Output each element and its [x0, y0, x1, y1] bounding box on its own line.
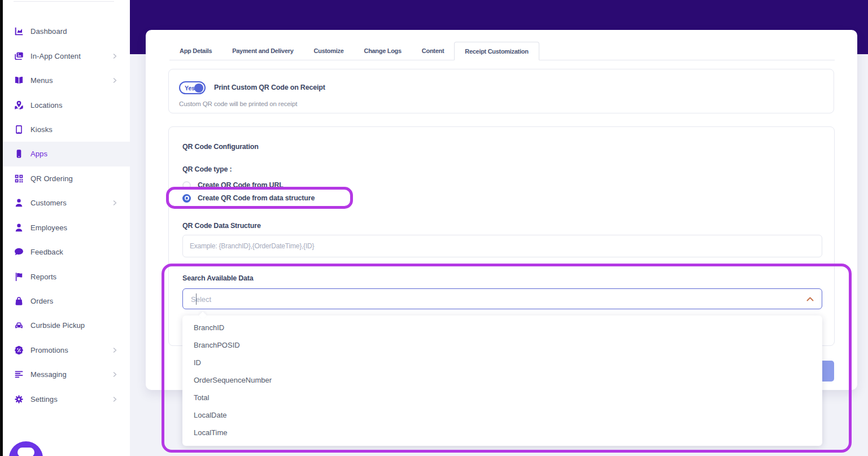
chat-bubble-icon — [18, 448, 34, 456]
sidebar-item-reports[interactable]: Reports — [3, 264, 130, 288]
sidebar-item-label: Apps — [30, 150, 47, 158]
print-qr-subtitle: Custom QR code will be printed on receip… — [179, 100, 297, 107]
employees-icon — [14, 223, 24, 233]
radio-data-structure-label: Create QR Code from data structure — [198, 194, 315, 202]
search-available-data-label: Search Available Data — [182, 274, 254, 282]
tab-payment-and-delivery[interactable]: Payment and Delivery — [222, 42, 303, 60]
sidebar-item-apps[interactable]: Apps — [3, 142, 130, 166]
sidebar-item-label: Locations — [30, 101, 63, 109]
sidebar-item-locations[interactable]: Locations — [3, 93, 130, 117]
data-structure-label: QR Code Data Structure — [182, 222, 261, 230]
search-data-dropdown: BranchIDBranchPOSIDIDOrderSequenceNumber… — [182, 315, 822, 446]
tab-customize[interactable]: Customize — [304, 42, 354, 60]
apps-icon — [14, 149, 24, 159]
promotions-icon — [14, 345, 24, 355]
toggle-yes-label: Yes — [185, 85, 195, 91]
print-qr-panel: Yes Print Custom QR Code on Receipt Cust… — [168, 69, 834, 113]
sidebar-item-label: Employees — [30, 223, 67, 232]
sidebar-item-label: Settings — [30, 395, 58, 404]
sidebar-item-promotions[interactable]: Promotions — [3, 338, 130, 362]
tab-receipt-customization[interactable]: Receipt Customization — [454, 42, 539, 60]
sidebar-item-label: Messaging — [30, 370, 67, 379]
toggle-knob — [194, 84, 203, 93]
sidebar-item-in-app-content[interactable]: In-App Content — [3, 43, 130, 68]
sidebar-item-label: Promotions — [30, 346, 68, 354]
sidebar-item-orders[interactable]: Orders — [3, 289, 130, 313]
tab-app-details[interactable]: App Details — [169, 42, 222, 60]
dropdown-option-localdate[interactable]: LocalDate — [182, 406, 822, 424]
sidebar-item-label: Curbside Pickup — [30, 321, 85, 330]
chevron-right-icon — [112, 372, 117, 377]
sidebar-item-menus[interactable]: Menus — [3, 68, 130, 93]
tab-content[interactable]: Content — [412, 42, 454, 60]
menus-icon — [14, 76, 24, 85]
sidebar-item-label: Orders — [30, 297, 53, 305]
curbside-pickup-icon — [14, 321, 24, 330]
sidebar-item-messaging[interactable]: Messaging — [3, 362, 130, 387]
dashboard-icon — [14, 27, 24, 36]
radio-option-url[interactable]: Create QR Code from URL — [182, 180, 283, 190]
sidebar-item-label: Reports — [30, 273, 56, 281]
radio-option-data-structure[interactable]: Create QR Code from data structure — [182, 193, 315, 203]
sidebar-item-label: Kiosks — [30, 125, 53, 134]
chevron-right-icon — [112, 78, 117, 83]
settings-icon — [14, 394, 24, 404]
kiosks-icon — [14, 125, 24, 134]
print-qr-toggle[interactable]: Yes — [179, 81, 206, 94]
dropdown-option-total[interactable]: Total — [182, 389, 822, 406]
locations-icon — [14, 100, 24, 110]
sidebar-item-employees[interactable]: Employees — [3, 216, 130, 240]
sidebar-item-customers[interactable]: Customers — [3, 191, 130, 215]
data-structure-input[interactable] — [182, 235, 822, 257]
qr-ordering-icon — [14, 174, 24, 183]
chevron-right-icon — [112, 54, 117, 59]
dropdown-option-localtime[interactable]: LocalTime — [182, 424, 822, 441]
sidebar-nav: DashboardIn-App ContentMenusLocationsKio… — [3, 19, 130, 411]
messaging-icon — [14, 370, 24, 379]
dropdown-option-branchposid[interactable]: BranchPOSID — [182, 336, 822, 354]
chevron-right-icon — [112, 397, 117, 402]
radio-url-control[interactable] — [182, 181, 191, 190]
radio-data-structure-control[interactable] — [182, 194, 191, 203]
in-app-content-icon — [14, 51, 24, 61]
dropdown-option-ordersequencenumber[interactable]: OrderSequenceNumber — [182, 371, 822, 389]
chat-widget-button[interactable] — [9, 441, 43, 456]
dropdown-option-id[interactable]: ID — [182, 354, 822, 371]
tab-bar: App DetailsPayment and DeliveryCustomize… — [169, 42, 835, 60]
sidebar-item-feedback[interactable]: Feedback — [3, 240, 130, 264]
radio-url-label: Create QR Code from URL — [198, 181, 283, 189]
sidebar-item-label: QR Ordering — [30, 174, 73, 183]
search-data-select[interactable]: Select — [182, 288, 822, 309]
qr-type-label: QR Code type : — [182, 165, 232, 173]
chevron-right-icon — [112, 200, 117, 205]
sidebar-item-label: In-App Content — [30, 52, 81, 60]
print-qr-title: Print Custom QR Code on Receipt — [214, 84, 325, 91]
feedback-icon — [14, 247, 24, 257]
text-caret — [196, 293, 197, 305]
sidebar-item-dashboard[interactable]: Dashboard — [3, 19, 130, 43]
select-placeholder: Select — [191, 295, 211, 303]
sidebar-item-curbside-pickup[interactable]: Curbside Pickup — [3, 313, 130, 337]
sidebar-top-divider — [14, 1, 114, 2]
sidebar-item-settings[interactable]: Settings — [3, 387, 130, 411]
sidebar-item-kiosks[interactable]: Kiosks — [3, 117, 130, 142]
sidebar-item-label: Menus — [30, 76, 53, 85]
customers-icon — [14, 198, 24, 208]
sidebar-item-label: Dashboard — [30, 27, 67, 36]
sidebar-item-label: Feedback — [30, 248, 63, 256]
qr-config-panel: QR Code Configuration QR Code type : Cre… — [168, 126, 835, 346]
orders-icon — [14, 296, 24, 306]
sidebar: DashboardIn-App ContentMenusLocationsKio… — [3, 0, 130, 456]
chevron-up-icon[interactable] — [806, 296, 814, 301]
sidebar-item-qr-ordering[interactable]: QR Ordering — [3, 166, 130, 191]
dropdown-option-branchid[interactable]: BranchID — [182, 319, 822, 336]
sidebar-item-label: Customers — [30, 199, 67, 207]
qr-config-title: QR Code Configuration — [182, 143, 259, 151]
reports-icon — [14, 272, 24, 282]
chevron-right-icon — [112, 348, 117, 353]
tab-change-logs[interactable]: Change Logs — [354, 42, 411, 60]
